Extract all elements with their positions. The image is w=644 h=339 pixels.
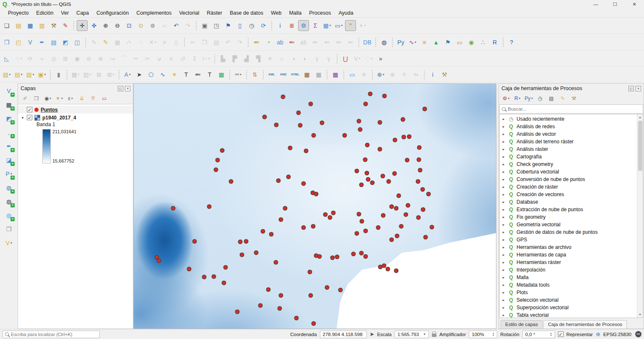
text-annotation-button[interactable]: T	[181, 69, 192, 80]
toolbox-group-row[interactable]: ▸QHerramientas de archivo	[500, 243, 643, 251]
map-point[interactable]	[244, 239, 248, 244]
toolbox-group-row[interactable]: ▸QPlots	[500, 289, 643, 296]
expand-arrow-icon[interactable]: ▸	[501, 275, 506, 279]
map-point[interactable]	[418, 168, 422, 173]
help-contents-button[interactable]: ?	[506, 37, 517, 48]
expand-arrow-icon[interactable]: ▸	[501, 170, 506, 174]
models-dropdown-icon[interactable]: ▾	[508, 97, 510, 100]
toolbox-group-row[interactable]: ▸QConversión de nube de puntos	[500, 176, 643, 183]
expand-arrow-icon[interactable]: ▸	[501, 192, 506, 197]
filter-legend-dropdown-icon[interactable]: ▾	[61, 97, 63, 100]
expand-arrow-icon[interactable]: ▸	[501, 230, 506, 234]
metadata-info-button[interactable]: i	[427, 69, 438, 80]
expand-arrow-icon[interactable]: ▸	[501, 185, 506, 189]
map-point[interactable]	[274, 122, 279, 127]
toolbar-overflow-button[interactable]: »	[375, 53, 386, 64]
archive-plugin-button[interactable]: ▭	[454, 37, 465, 48]
select-annotation-button[interactable]: ➤	[134, 69, 145, 80]
line-annotation-button[interactable]: ∿	[157, 69, 168, 80]
scroll-down-icon[interactable]: ▼	[639, 312, 641, 318]
layer-visibility-checkbox[interactable]: ✓	[27, 107, 32, 112]
zoom-in-button[interactable]: ⊕	[100, 20, 111, 31]
layer-row-p1940_2017_4[interactable]: ▾✓p1940_2017_4	[18, 114, 133, 122]
add-wms-layer-button[interactable]: ◍+	[3, 182, 15, 194]
expand-arrow-icon[interactable]: ▸	[501, 132, 506, 136]
new-map-view-button[interactable]: ▣	[199, 20, 210, 31]
add-postgis-layer-button[interactable]: P+▾	[3, 168, 15, 180]
new-shapefile-layer-button[interactable]: V	[25, 37, 36, 48]
export-html-button[interactable]: HTML	[290, 69, 301, 80]
formatted-text-annotation-button[interactable]: T	[204, 69, 215, 80]
results-viewer-button[interactable]: ▤	[546, 94, 556, 103]
add-annotation-layer-button[interactable]: V▾	[3, 237, 15, 249]
map-point[interactable]	[377, 147, 382, 151]
menu-configuracion[interactable]: Configuración	[93, 9, 132, 17]
metasearch-button[interactable]: ◍	[379, 37, 390, 48]
digitize-with-segment-dropdown-icon[interactable]: ▾	[371, 57, 373, 60]
db-manager-button[interactable]: DB	[362, 37, 373, 48]
expand-arrow-icon[interactable]: ▸	[501, 245, 506, 249]
toolbox-group-row[interactable]: ▸QInterpolación	[500, 266, 643, 274]
map-point[interactable]	[308, 293, 313, 298]
style-manager-button[interactable]: ⚒	[48, 20, 59, 31]
map-point[interactable]	[401, 135, 406, 140]
map-point[interactable]	[283, 206, 288, 210]
coordinate-value-box[interactable]: 278.904 4.118.598	[320, 331, 367, 338]
tab-estilo-de-capas[interactable]: Estilo de capas	[501, 320, 543, 329]
menu-raster[interactable]: Ráster	[203, 9, 226, 17]
profile-tool-button[interactable]: ∿▾	[407, 37, 418, 48]
map-point[interactable]	[216, 158, 220, 163]
route-plugin-button[interactable]: ⚑	[442, 37, 453, 48]
show-bookmarks-button[interactable]: ▯	[234, 20, 245, 31]
topological-editing-dropdown-icon[interactable]: ▾	[359, 57, 361, 60]
map-point[interactable]	[416, 215, 421, 220]
enable-snapping-button[interactable]: ⋃	[340, 53, 351, 64]
expand-arrow-icon[interactable]: ▸	[501, 298, 506, 302]
map-point[interactable]	[421, 187, 425, 191]
expand-arrow-icon[interactable]: ▸	[501, 238, 506, 242]
magnifier-spinbox[interactable]: 100% ▲▼	[469, 331, 497, 338]
map-point[interactable]	[220, 148, 224, 153]
map-point[interactable]	[280, 94, 285, 99]
tab-caja-de-herramientas[interactable]: Caja de herramientas de Procesos	[543, 320, 627, 329]
manage-map-themes-button[interactable]: ◉▾	[43, 94, 53, 103]
map-point[interactable]	[330, 255, 335, 260]
map-point[interactable]	[390, 238, 394, 242]
toolbox-group-row[interactable]: ▸QAnálisis de vector	[500, 130, 643, 138]
map-point[interactable]	[423, 235, 428, 240]
filter-by-expression-button[interactable]: ε▾	[65, 94, 75, 103]
map-point[interactable]	[214, 167, 218, 172]
toolbox-group-row[interactable]: ▸QMetadata tools	[500, 281, 643, 289]
export-kmz-button[interactable]: KMZ	[278, 69, 289, 80]
annotation-layer-button[interactable]: A▾	[122, 69, 133, 80]
georeferencer-button[interactable]: ⊕▾	[375, 69, 386, 80]
map-point[interactable]	[223, 265, 228, 270]
extents-capture-icon[interactable]: ➤	[370, 331, 374, 337]
marker-annotation-button[interactable]: ✶	[169, 69, 180, 80]
map-point[interactable]	[417, 145, 421, 150]
layer-visibility-checkbox[interactable]: ✓	[27, 115, 32, 120]
expand-arrow-icon[interactable]: ▸	[501, 200, 506, 204]
map-point[interactable]	[357, 119, 361, 124]
map-point[interactable]	[328, 215, 332, 220]
map-point[interactable]	[325, 285, 330, 290]
map-point[interactable]	[363, 254, 368, 259]
georeferencer-dropdown-icon[interactable]: ▾	[383, 73, 384, 76]
map-point[interactable]	[359, 182, 364, 187]
identify-features-button[interactable]: i	[275, 20, 286, 31]
map-point[interactable]	[392, 171, 397, 176]
rotation-spinbox[interactable]: 0,0 ° ▲▼	[522, 331, 555, 338]
toolbox-group-row[interactable]: ▸QAnálisis ráster	[500, 145, 643, 153]
menu-web[interactable]: Web	[267, 9, 285, 17]
map-point[interactable]	[396, 193, 401, 198]
add-group-button[interactable]: ❒	[31, 94, 42, 103]
map-tips-button[interactable]: ❞	[345, 20, 356, 31]
expand-arrow-icon[interactable]: ▸	[501, 162, 506, 166]
options-button[interactable]: ⚒	[569, 94, 579, 103]
map-point[interactable]	[187, 267, 192, 271]
open-attribute-table-button[interactable]: ▦▾	[322, 20, 332, 31]
toolbox-group-row[interactable]: ▸QHerramientas ráster	[500, 259, 643, 266]
toolbox-scrollbar[interactable]: ▲ ▼	[637, 114, 643, 318]
map-point[interactable]	[368, 91, 373, 96]
trim-extend-feature-dropdown-icon[interactable]: ▾	[155, 41, 156, 44]
